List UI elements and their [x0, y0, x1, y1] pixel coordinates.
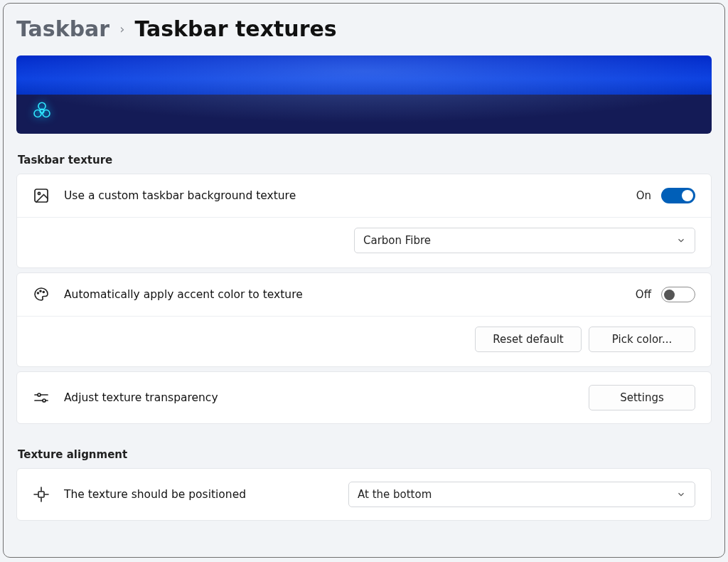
chevron-right-icon: › [119, 21, 124, 36]
custom-texture-title: Use a custom taskbar background texture [64, 189, 622, 202]
custom-texture-card: Use a custom taskbar background texture … [16, 174, 712, 268]
chevron-down-icon [676, 235, 686, 245]
svg-point-8 [43, 292, 44, 293]
transparency-card: Adjust texture transparency Settings [16, 371, 712, 424]
chevron-down-icon [676, 489, 686, 499]
taskbar-preview [16, 55, 712, 134]
reset-default-button[interactable]: Reset default [475, 327, 582, 352]
accent-color-row: Automatically apply accent color to text… [17, 273, 711, 316]
svg-point-11 [38, 393, 41, 396]
alignment-select[interactable]: At the bottom [348, 482, 695, 507]
accent-toggle-state: Off [636, 288, 651, 301]
breadcrumb: Taskbar › Taskbar textures [16, 16, 712, 41]
texture-select[interactable]: Carbon Fibre [354, 228, 695, 253]
svg-point-12 [43, 399, 46, 402]
transparency-row: Adjust texture transparency Settings [17, 372, 711, 423]
sliders-icon [33, 389, 50, 406]
section-alignment-label: Texture alignment [18, 448, 712, 461]
section-taskbar-texture-label: Taskbar texture [18, 154, 712, 166]
svg-point-7 [40, 290, 41, 292]
svg-rect-4 [35, 189, 48, 202]
transparency-settings-button[interactable]: Settings [589, 385, 695, 410]
svg-rect-17 [38, 492, 44, 497]
custom-texture-toggle[interactable] [661, 188, 695, 203]
accent-color-card: Automatically apply accent color to text… [16, 272, 712, 367]
alignment-icon [33, 486, 50, 503]
svg-point-2 [34, 110, 41, 117]
settings-page: Taskbar › Taskbar textures Taskbar textu… [3, 3, 725, 558]
accent-color-title: Automatically apply accent color to text… [64, 288, 621, 301]
accent-toggle[interactable] [661, 287, 695, 302]
pick-color-button[interactable]: Pick color... [589, 327, 695, 352]
biohazard-icon [32, 101, 52, 121]
palette-icon [33, 286, 50, 303]
custom-texture-subrow: Carbon Fibre [17, 217, 711, 267]
svg-point-5 [38, 192, 40, 194]
breadcrumb-current: Taskbar textures [134, 16, 336, 41]
svg-point-3 [43, 110, 50, 117]
alignment-select-value: At the bottom [358, 488, 432, 501]
transparency-title: Adjust texture transparency [64, 391, 574, 404]
texture-select-value: Carbon Fibre [363, 234, 431, 247]
alignment-row: The texture should be positioned At the … [17, 469, 711, 520]
breadcrumb-parent[interactable]: Taskbar [16, 16, 109, 41]
svg-point-6 [38, 292, 39, 294]
image-icon [33, 187, 50, 204]
custom-texture-row: Use a custom taskbar background texture … [17, 174, 711, 217]
alignment-card: The texture should be positioned At the … [16, 468, 712, 521]
accent-color-subrow: Reset default Pick color... [17, 316, 711, 366]
alignment-title: The texture should be positioned [64, 488, 334, 501]
custom-texture-toggle-state: On [636, 189, 651, 202]
